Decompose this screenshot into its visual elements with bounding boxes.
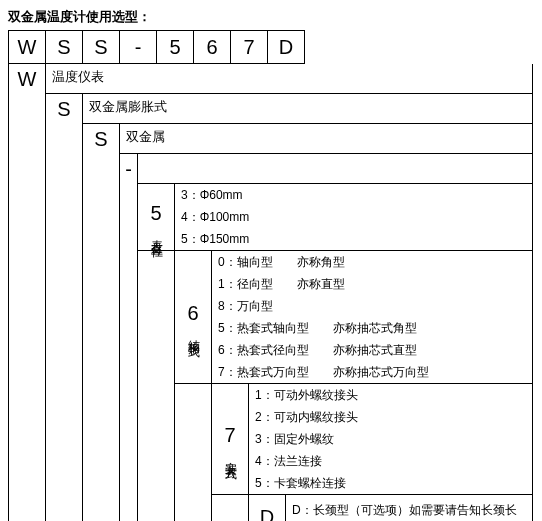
- level-S2-desc: 双金属: [120, 124, 532, 154]
- level-6-options: 0：轴向型 亦称角型 1：径向型 亦称直型 8：万向型 5：热套式轴向型 亦称抽…: [212, 251, 532, 383]
- page-title: 双金属温度计使用选型：: [8, 8, 534, 26]
- level-D-label: D 可选: [249, 495, 286, 521]
- level-W-desc: 温度仪表: [46, 64, 532, 94]
- list-item: 5：卡套螺栓连接: [249, 472, 532, 494]
- code-cell: D: [268, 30, 305, 64]
- list-item: 5：Φ150mm: [175, 228, 532, 250]
- code-cell: W: [9, 30, 46, 64]
- model-code-row: W S S - 5 6 7 D: [8, 30, 534, 64]
- list-item: 2：可动内螺纹接头: [249, 406, 532, 428]
- list-item: 5：热套式轴向型 亦称抽芯式角型: [212, 317, 532, 339]
- level-5-options: 3：Φ60mm 4：Φ100mm 5：Φ150mm: [175, 184, 532, 250]
- level-dash-label: -: [120, 154, 138, 184]
- level-5-label: 5 表盘直径: [138, 184, 175, 250]
- code-cell: 6: [194, 30, 231, 64]
- code-cell: 5: [157, 30, 194, 64]
- list-item: 1：可动外螺纹接头: [249, 384, 532, 406]
- code-cell: -: [120, 30, 157, 64]
- level-S2-label: S: [83, 124, 120, 154]
- list-item: 8：万向型: [212, 295, 532, 317]
- list-item: 3：固定外螺纹: [249, 428, 532, 450]
- list-item: 7：热套式万向型 亦称抽芯式万向型: [212, 361, 532, 383]
- list-item: D：长颈型（可选项）如需要请告知长颈长度: [286, 495, 532, 521]
- list-item: 0：轴向型 亦称角型: [212, 251, 532, 273]
- list-item: 6：热套式径向型 亦称抽芯式直型: [212, 339, 532, 361]
- level-dash-desc: [138, 154, 532, 184]
- level-S1-desc: 双金属膨胀式: [83, 94, 532, 124]
- level-S1-label: S: [46, 94, 83, 124]
- list-item: 1：径向型 亦称直型: [212, 273, 532, 295]
- code-cell: S: [83, 30, 120, 64]
- level-7-label: 7 安装方式: [212, 384, 249, 494]
- level-7-options: 1：可动外螺纹接头 2：可动内螺纹接头 3：固定外螺纹 4：法兰连接 5：卡套螺…: [249, 384, 532, 494]
- list-item: 4：Φ100mm: [175, 206, 532, 228]
- selection-tree: W 温度仪表 S 双金属膨胀式 S 双金属: [8, 64, 533, 521]
- level-D-options: D：长颈型（可选项）如需要请告知长颈长度: [286, 495, 532, 521]
- level-W-label: W: [9, 64, 46, 94]
- code-cell: 7: [231, 30, 268, 64]
- code-cell: S: [46, 30, 83, 64]
- list-item: 3：Φ60mm: [175, 184, 532, 206]
- list-item: 4：法兰连接: [249, 450, 532, 472]
- level-6-label: 6 结构形式: [175, 251, 212, 383]
